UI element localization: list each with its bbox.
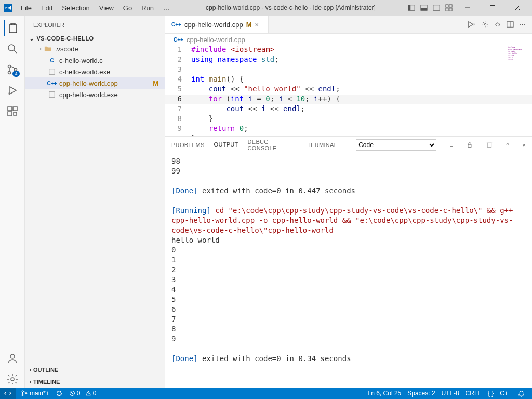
- timeline-section[interactable]: ›TIMELINE: [25, 376, 165, 388]
- eol-status[interactable]: CRLF: [462, 390, 485, 397]
- code-line[interactable]: 7 cout << i << endl;: [165, 104, 532, 114]
- workspace-header[interactable]: ⌄VS-CODE-C-HELLO: [25, 34, 165, 43]
- code-line[interactable]: 1#include <iostream>: [165, 45, 532, 55]
- run-debug-icon[interactable]: [494, 21, 501, 29]
- menu-selection[interactable]: Selection: [58, 2, 94, 14]
- problems-tab[interactable]: PROBLEMS: [171, 140, 205, 150]
- folder-icon: [44, 45, 52, 52]
- svg-rect-3: [421, 8, 427, 10]
- indentation-status[interactable]: Spaces: 2: [404, 390, 438, 397]
- output-lock-icon[interactable]: [467, 142, 473, 148]
- output-channel-select[interactable]: Code: [356, 139, 436, 151]
- panel-close-icon[interactable]: ×: [523, 142, 526, 148]
- file-item-c-hello-world-exe[interactable]: c-hello-world.exe: [25, 66, 165, 77]
- menu-edit[interactable]: Edit: [37, 2, 57, 14]
- run-settings-icon[interactable]: [482, 21, 489, 29]
- outline-section[interactable]: ›OUTLINE: [25, 364, 165, 376]
- breadcrumb-file: cpp-hello-world.cpp: [187, 36, 245, 44]
- svg-rect-20: [8, 107, 12, 111]
- output-tab[interactable]: OUTPUT: [214, 139, 238, 150]
- maximize-button[interactable]: [482, 1, 503, 15]
- file-label: cpp-hello-world.cpp: [59, 79, 118, 87]
- layout-secondary-icon[interactable]: [432, 4, 441, 12]
- file-item-cpp-hello-world-cpp[interactable]: C++cpp-hello-world.cppM: [25, 77, 165, 89]
- terminal-tab[interactable]: TERMINAL: [307, 140, 337, 150]
- minimize-button[interactable]: [457, 1, 478, 15]
- svg-rect-6: [446, 5, 448, 7]
- line-number: 2: [165, 55, 191, 65]
- output-filter-icon[interactable]: ≡: [450, 142, 453, 148]
- cursor-position-status[interactable]: Ln 6, Col 25: [365, 390, 405, 397]
- close-window-button[interactable]: [507, 1, 528, 15]
- code-line[interactable]: 6 for (int i = 0; i < 10; i++) {: [165, 95, 532, 104]
- explorer-sidebar: EXPLORER ⋯ ⌄VS-CODE-C-HELLO ›.vscodeCc-h…: [25, 16, 165, 388]
- settings-activity-icon[interactable]: [4, 371, 21, 388]
- title-bar: FileEditSelectionViewGoRun… cpp-hello-wo…: [0, 0, 532, 16]
- code-line[interactable]: 3: [165, 65, 532, 75]
- code-line[interactable]: 5 cout << "hello world" << endl;: [165, 85, 532, 95]
- editor-tabbar: C++ cpp-hello-world.cpp M × ⋯: [165, 16, 532, 34]
- layout-bottom-icon[interactable]: [420, 4, 428, 12]
- remote-indicator[interactable]: [0, 388, 16, 399]
- language-lsp-status[interactable]: { }: [485, 390, 497, 397]
- code-editor[interactable]: #includeusing namespaceint maincout hell…: [165, 45, 532, 136]
- output-clear-icon[interactable]: [486, 142, 493, 148]
- split-editor-icon[interactable]: [507, 21, 514, 29]
- svg-rect-7: [449, 5, 452, 7]
- file-label: c-hello-world.c: [59, 57, 103, 64]
- svg-point-16: [8, 65, 10, 68]
- line-number: 9: [165, 124, 191, 134]
- customize-layout-icon[interactable]: [445, 4, 453, 12]
- line-number: 5: [165, 85, 191, 95]
- svg-point-39: [22, 394, 23, 396]
- tab-cpp-hello-world[interactable]: C++ cpp-hello-world.cpp M ×: [165, 16, 269, 33]
- output-panel-body[interactable]: 98 99 [Done] exited with code=0 in 0.447…: [165, 153, 532, 388]
- encoding-status[interactable]: UTF-8: [438, 390, 462, 397]
- accounts-activity-icon[interactable]: [4, 350, 21, 367]
- language-mode-status[interactable]: C++: [497, 390, 515, 397]
- debug-console-tab[interactable]: DEBUG CONSOLE: [248, 137, 298, 153]
- line-number: 10: [165, 134, 191, 136]
- explorer-activity-icon[interactable]: [4, 20, 21, 36]
- notifications-status[interactable]: [515, 390, 528, 397]
- sync-status[interactable]: [52, 390, 66, 397]
- git-branch-status[interactable]: main*+: [18, 390, 52, 397]
- run-debug-activity-icon[interactable]: [4, 82, 21, 99]
- breadcrumbs[interactable]: C++ cpp-hello-world.cpp: [165, 34, 532, 45]
- explorer-title: EXPLORER: [33, 22, 64, 28]
- problems-status[interactable]: 0 0: [66, 390, 100, 397]
- minimap[interactable]: #includeusing namespaceint maincout hell…: [508, 46, 531, 67]
- menu-go[interactable]: Go: [119, 2, 136, 14]
- code-line[interactable]: 4int main() {: [165, 75, 532, 85]
- svg-point-25: [11, 378, 14, 381]
- line-number: 8: [165, 114, 191, 124]
- status-bar: main*+ 0 0 Ln 6, Col 25 Spaces: 2 UTF-8 …: [0, 388, 532, 399]
- code-line[interactable]: 10}: [165, 134, 532, 136]
- file-item--vscode[interactable]: ›.vscode: [25, 43, 165, 55]
- svg-line-15: [14, 50, 17, 53]
- search-activity-icon[interactable]: [4, 41, 21, 57]
- menubar: FileEditSelectionViewGoRun…: [17, 2, 174, 14]
- file-item-c-hello-world-c[interactable]: Cc-hello-world.c: [25, 55, 165, 66]
- menu-…[interactable]: …: [159, 2, 174, 14]
- menu-view[interactable]: View: [95, 2, 118, 14]
- source-control-activity-icon[interactable]: 4: [4, 61, 21, 78]
- panel-maximize-icon[interactable]: ^: [506, 142, 509, 148]
- code-line[interactable]: 8 }: [165, 114, 532, 124]
- bottom-panel: PROBLEMS OUTPUT DEBUG CONSOLE TERMINAL C…: [165, 136, 532, 388]
- explorer-more-icon[interactable]: ⋯: [151, 21, 156, 28]
- close-tab-icon[interactable]: ×: [255, 21, 262, 29]
- extensions-activity-icon[interactable]: [4, 103, 21, 119]
- editor-more-icon[interactable]: ⋯: [519, 21, 526, 29]
- code-line[interactable]: 9 return 0;: [165, 124, 532, 134]
- file-item-cpp-hello-world-exe[interactable]: cpp-hello-world.exe: [25, 89, 165, 100]
- run-button-icon[interactable]: [467, 21, 476, 29]
- menu-run[interactable]: Run: [137, 2, 158, 14]
- svg-rect-35: [468, 144, 471, 147]
- svg-rect-36: [488, 143, 492, 147]
- menu-file[interactable]: File: [17, 2, 36, 14]
- svg-point-24: [10, 354, 15, 358]
- code-line[interactable]: 2using namespace std;: [165, 55, 532, 65]
- layout-primary-icon[interactable]: [407, 4, 416, 12]
- tab-modified-badge: M: [246, 21, 252, 29]
